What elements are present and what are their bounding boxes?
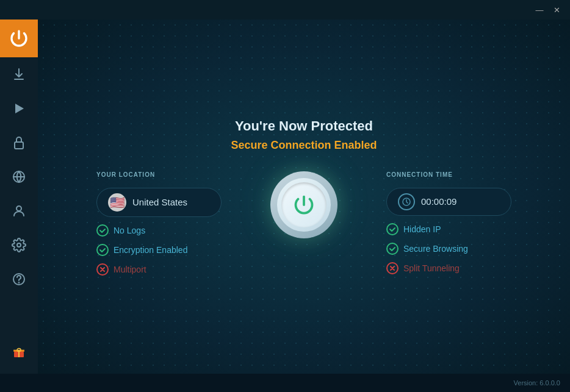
- feature-no-logs: No Logs: [96, 224, 222, 237]
- clock-icon: [398, 193, 415, 210]
- sidebar-item-gift[interactable]: [0, 335, 38, 369]
- svg-point-4: [17, 243, 21, 247]
- feature-secure-browsing: Secure Browsing: [386, 243, 511, 255]
- power-ring-inner: [277, 178, 331, 232]
- protected-status-text: You're Now Protected: [235, 118, 373, 134]
- no-logs-check-icon: [96, 224, 109, 237]
- svg-point-6: [19, 282, 20, 283]
- left-col: YOUR LOCATION 🇺🇸 United States No Logs: [96, 171, 222, 276]
- hidden-ip-check-icon: [386, 223, 399, 235]
- svg-marker-0: [15, 104, 24, 113]
- location-badge[interactable]: 🇺🇸 United States: [96, 188, 222, 217]
- sidebar-item-play[interactable]: [0, 91, 38, 126]
- svg-point-12: [97, 225, 108, 236]
- power-icon: [293, 194, 315, 216]
- encryption-label: Encryption Enabled: [114, 245, 187, 255]
- feature-encryption: Encryption Enabled: [96, 244, 222, 256]
- split-tunneling-x-icon: [386, 262, 399, 274]
- multiport-label: Multiport: [114, 265, 146, 274]
- sidebar-power-button[interactable]: [0, 20, 38, 57]
- title-bar: — ✕: [0, 0, 570, 20]
- connection-time-value: 00:00:09: [421, 196, 456, 207]
- main-layout: You're Now Protected Secure Connection E…: [0, 20, 570, 374]
- feature-split-tunneling: Split Tunneling: [386, 262, 511, 274]
- feature-multiport: Multiport: [96, 263, 222, 276]
- power-ring-outer: [270, 171, 337, 238]
- encryption-check-icon: [96, 244, 109, 256]
- svg-point-17: [387, 243, 398, 254]
- version-bar: Version: 6.0.0.0: [0, 374, 570, 392]
- split-tunneling-label: Split Tunneling: [403, 263, 460, 273]
- close-button[interactable]: ✕: [548, 3, 565, 16]
- no-logs-label: No Logs: [114, 226, 145, 235]
- hidden-ip-label: Hidden IP: [403, 224, 441, 234]
- sidebar-item-lock[interactable]: [0, 126, 38, 160]
- sidebar-item-user[interactable]: [0, 194, 38, 228]
- sidebar: [0, 20, 38, 374]
- power-button-center[interactable]: [270, 171, 337, 238]
- flag-icon: 🇺🇸: [108, 193, 126, 212]
- sidebar-item-ip[interactable]: [0, 160, 38, 194]
- secure-browsing-check-icon: [386, 243, 399, 255]
- minimize-button[interactable]: —: [531, 3, 548, 16]
- sidebar-item-download[interactable]: [0, 57, 38, 91]
- location-label: YOUR LOCATION: [96, 171, 222, 178]
- right-col: CONNECTION TIME 00:00:09 H: [386, 171, 511, 274]
- svg-point-3: [16, 206, 21, 211]
- multiport-x-icon: [96, 263, 109, 276]
- version-text: Version: 6.0.0.0: [514, 379, 560, 387]
- svg-point-16: [387, 224, 398, 235]
- sidebar-item-help[interactable]: [0, 262, 38, 296]
- content-area: You're Now Protected Secure Connection E…: [38, 20, 570, 374]
- svg-rect-1: [15, 142, 23, 149]
- svg-point-13: [97, 244, 108, 255]
- info-row: YOUR LOCATION 🇺🇸 United States No Logs: [96, 171, 511, 276]
- connection-time-label: CONNECTION TIME: [386, 171, 511, 178]
- secure-connection-text: Secure Connection Enabled: [231, 139, 377, 152]
- sidebar-item-settings[interactable]: [0, 228, 38, 262]
- location-value: United States: [132, 197, 187, 207]
- power-btn-face: [281, 182, 326, 227]
- feature-hidden-ip: Hidden IP: [386, 223, 511, 235]
- connection-time-badge: 00:00:09: [386, 188, 511, 216]
- secure-browsing-label: Secure Browsing: [403, 244, 468, 254]
